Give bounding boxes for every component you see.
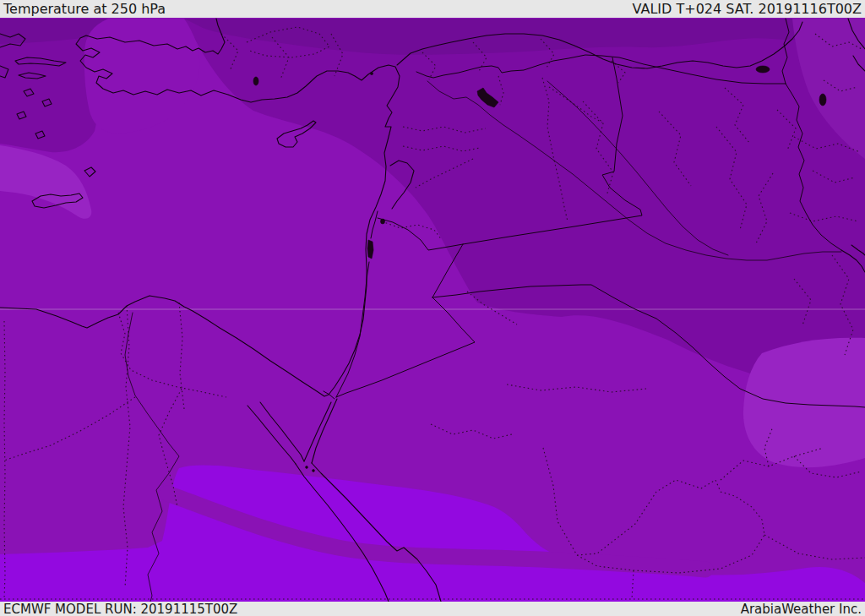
footer-bar: ECMWF MODEL RUN: 20191115T00Z ArabiaWeat… [0, 602, 865, 616]
weather-map-screenshot: Temperature at 250 hPa VALID T+024 SAT. … [0, 0, 865, 616]
dead-sea [367, 240, 373, 259]
lake-tuz [253, 77, 258, 85]
lake-urmia [819, 94, 826, 106]
lake-van [756, 66, 770, 73]
sea-of-galilee [381, 219, 385, 224]
red-sea-islet [313, 470, 315, 472]
header-bar: Temperature at 250 hPa VALID T+024 SAT. … [0, 0, 865, 18]
model-run-label: ECMWF MODEL RUN: 20191115T00Z [3, 602, 237, 616]
coastal-islet [370, 72, 373, 74]
red-sea-islet [306, 466, 308, 469]
map-title: Temperature at 250 hPa [3, 1, 166, 17]
valid-time-label: VALID T+024 SAT. 20191116T00Z [633, 1, 862, 17]
temperature-map-canvas [0, 18, 865, 602]
credit-label: ArabiaWeather Inc. [741, 602, 862, 616]
